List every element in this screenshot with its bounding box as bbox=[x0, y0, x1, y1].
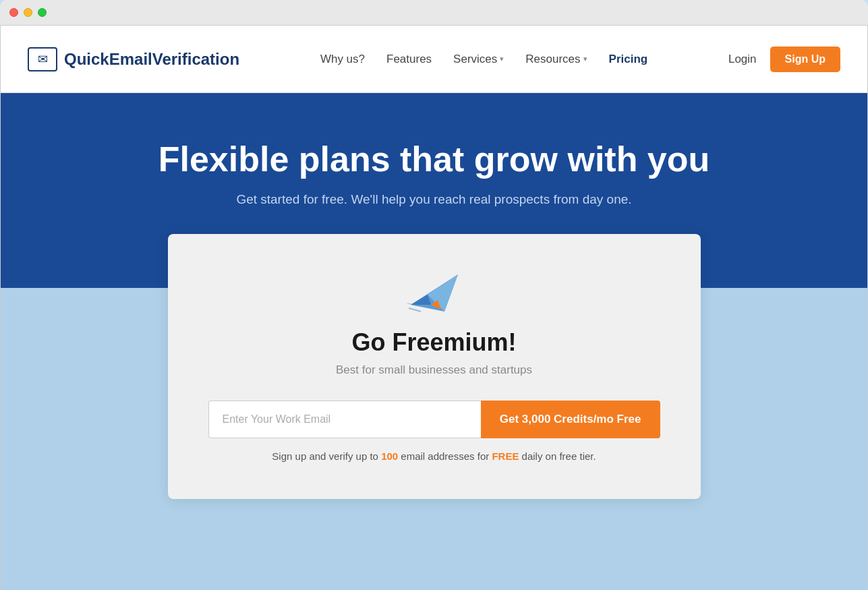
card-title: Go Freemium! bbox=[208, 328, 660, 357]
card-subtitle: Best for small businesses and startups bbox=[208, 363, 660, 377]
nav-item-resources[interactable]: Resources ▾ bbox=[525, 53, 587, 66]
maximize-button[interactable] bbox=[38, 8, 47, 17]
nav-links: Why us? Features Services ▾ Resources ▾ bbox=[320, 53, 647, 66]
card-section: Go Freemium! Best for small businesses a… bbox=[1, 288, 867, 590]
minimize-button[interactable] bbox=[24, 8, 32, 17]
nav-item-features[interactable]: Features bbox=[386, 53, 432, 66]
logo-text: QuickEmailVerification bbox=[64, 50, 239, 69]
navbar: ✉ QuickEmailVerification Why us? Feature… bbox=[1, 26, 867, 93]
nav-item-pricing[interactable]: Pricing bbox=[609, 53, 648, 66]
cta-button[interactable]: Get 3,000 Credits/mo Free bbox=[481, 401, 660, 438]
resources-dropdown-arrow: ▾ bbox=[583, 55, 587, 63]
logo-icon: ✉ bbox=[28, 47, 57, 71]
window-chrome bbox=[0, 0, 868, 26]
hero-subtitle: Get started for free. We'll help you rea… bbox=[28, 192, 840, 207]
login-link[interactable]: Login bbox=[728, 53, 757, 66]
svg-line-4 bbox=[409, 308, 421, 312]
note-number: 100 bbox=[381, 450, 398, 462]
browser-content: ✉ QuickEmailVerification Why us? Feature… bbox=[0, 26, 868, 590]
card-note: Sign up and verify up to 100 email addre… bbox=[208, 450, 660, 462]
note-free: FREE bbox=[492, 450, 519, 462]
paper-plane-icon bbox=[407, 268, 461, 315]
email-input[interactable] bbox=[208, 401, 481, 438]
nav-actions: Login Sign Up bbox=[728, 47, 840, 72]
hero-title: Flexible plans that grow with you bbox=[28, 140, 840, 179]
logo-link[interactable]: ✉ QuickEmailVerification bbox=[28, 47, 239, 71]
email-form: Get 3,000 Credits/mo Free bbox=[208, 401, 660, 438]
close-button[interactable] bbox=[9, 8, 18, 17]
nav-item-services[interactable]: Services ▾ bbox=[453, 53, 504, 66]
nav-item-why-us[interactable]: Why us? bbox=[320, 53, 365, 66]
services-dropdown-arrow: ▾ bbox=[500, 55, 504, 63]
freemium-card: Go Freemium! Best for small businesses a… bbox=[168, 234, 701, 499]
svg-marker-1 bbox=[411, 295, 431, 305]
signup-button[interactable]: Sign Up bbox=[770, 47, 840, 72]
